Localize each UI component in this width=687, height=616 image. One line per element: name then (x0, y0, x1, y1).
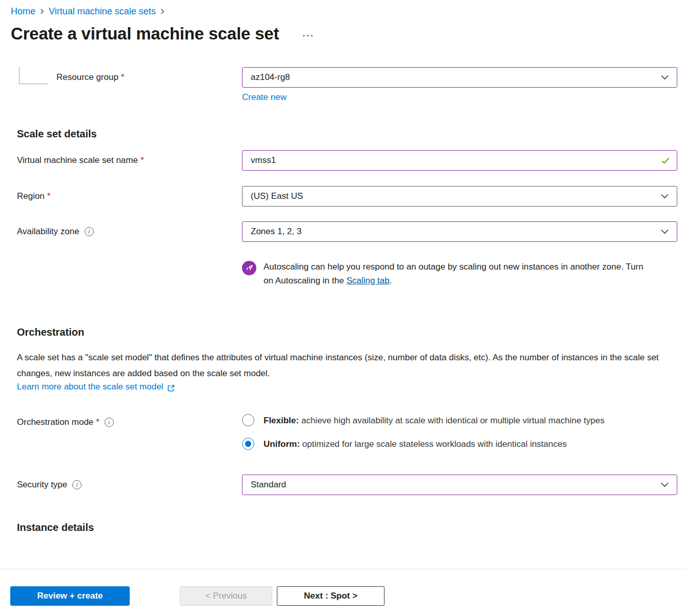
next-spot-button[interactable]: Next : Spot > (277, 586, 385, 606)
create-new-link[interactable]: Create new (242, 92, 287, 102)
section-heading-instance-details: Instance details (0, 522, 687, 533)
chevron-down-icon (661, 75, 669, 80)
rocket-icon (242, 261, 256, 275)
availability-zone-label-text: Availability zone (17, 227, 79, 237)
required-asterisk: * (121, 72, 125, 83)
page-title: Create a virtual machine scale set (11, 24, 279, 44)
selected-value: (US) East US (251, 191, 303, 201)
previous-button[interactable]: < Previous (180, 586, 272, 606)
resource-group-label: Resource group * (56, 67, 242, 88)
radio-uniform-label: Uniform: optimized for large scale state… (264, 436, 653, 452)
vmss-name-input[interactable] (242, 150, 677, 171)
callout-text-suffix: . (390, 276, 392, 285)
resource-group-label-text: Resource group (56, 72, 118, 83)
orchestration-mode-label: Orchestration mode * i (17, 413, 242, 427)
valid-check-icon (660, 155, 671, 166)
required-asterisk: * (140, 155, 144, 166)
security-type-select[interactable]: Standard (242, 475, 677, 495)
region-select[interactable]: (US) East US (242, 186, 677, 207)
callout-text-line: Autoscaling can help you respond to an o… (264, 262, 643, 285)
info-icon[interactable]: i (105, 418, 114, 427)
region-label-text: Region (17, 191, 45, 201)
chevron-down-icon (661, 229, 669, 234)
autoscaling-callout: Autoscaling can help you respond to an o… (242, 260, 652, 288)
region-label: Region * (17, 191, 242, 201)
region-row: Region * (US) East US (0, 186, 687, 207)
resource-group-select[interactable]: az104-rg8 (242, 67, 677, 88)
title-row: Create a virtual machine scale set ··· (11, 24, 687, 44)
selected-value: Standard (251, 480, 286, 490)
learn-more-link[interactable]: Learn more about the scale set model (17, 382, 163, 392)
security-type-row: Security type i Standard (0, 475, 687, 495)
chevron-right-icon: › (160, 6, 165, 15)
orchestration-mode-label-text: Orchestration mode (17, 417, 93, 427)
radio-uniform-description: optimized for large scale stateless work… (300, 439, 567, 449)
section-heading-orchestration: Orchestration (0, 326, 687, 338)
breadcrumb: Home › Virtual machine scale sets › (11, 6, 687, 17)
availability-zone-row: Availability zone i Zones 1, 2, 3 (0, 221, 687, 242)
radio-uniform-name: Uniform: (264, 439, 300, 449)
security-type-label: Security type i (17, 480, 242, 490)
required-asterisk: * (47, 191, 51, 201)
security-type-label-text: Security type (17, 480, 67, 490)
orchestration-description: A scale set has a "scale set model" that… (17, 350, 679, 381)
radio-flexible[interactable]: Flexible: achieve high availability at s… (242, 413, 677, 428)
radio-button-icon[interactable] (242, 414, 254, 426)
radio-flexible-name: Flexible: (264, 416, 299, 425)
radio-flexible-description: achieve high availability at scale with … (299, 416, 604, 425)
chevron-down-icon (661, 194, 669, 199)
vmss-name-label-text: Virtual machine scale set name (17, 155, 138, 166)
callout-text: Autoscaling can help you respond to an o… (264, 260, 647, 288)
selected-value: az104-rg8 (251, 72, 290, 83)
radio-flexible-label: Flexible: achieve high availability at s… (264, 413, 653, 428)
info-icon[interactable]: i (72, 480, 82, 489)
review-create-button[interactable]: Review + create (10, 586, 130, 606)
scaling-tab-link[interactable]: Scaling tab (347, 276, 390, 285)
breadcrumb-link-home[interactable]: Home (11, 6, 35, 17)
vmss-name-row: Virtual machine scale set name * (0, 150, 687, 171)
learn-more-row: Learn more about the scale set model (17, 382, 687, 392)
orchestration-mode-options: Flexible: achieve high availability at s… (242, 413, 677, 452)
more-options-button[interactable]: ··· (302, 31, 314, 41)
tree-indent-line (19, 67, 48, 84)
availability-zone-label: Availability zone i (17, 227, 242, 237)
external-link-icon (167, 384, 175, 393)
radio-button-selected-icon[interactable] (242, 438, 254, 450)
required-asterisk: * (96, 417, 99, 427)
info-icon[interactable]: i (85, 227, 94, 236)
selected-value: Zones 1, 2, 3 (251, 227, 301, 237)
vmss-name-label: Virtual machine scale set name * (17, 155, 242, 166)
breadcrumb-link-vmss[interactable]: Virtual machine scale sets (49, 6, 156, 17)
orchestration-mode-row: Orchestration mode * i Flexible: achieve… (0, 413, 687, 452)
availability-zone-select[interactable]: Zones 1, 2, 3 (242, 221, 677, 242)
radio-uniform[interactable]: Uniform: optimized for large scale state… (242, 436, 677, 452)
chevron-down-icon (661, 482, 669, 487)
resource-group-row: Resource group * az104-rg8 Create new (0, 67, 687, 102)
section-heading-scale-set-details: Scale set details (0, 128, 687, 140)
chevron-right-icon: › (40, 6, 44, 15)
footer: Review + create < Previous Next : Spot > (0, 569, 687, 616)
